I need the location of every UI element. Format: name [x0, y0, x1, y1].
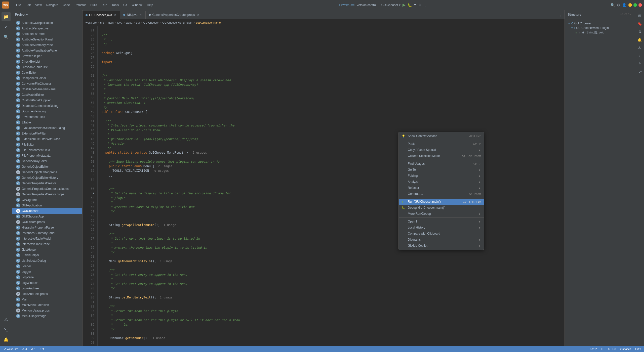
sidebar-item-abstractguiapplication[interactable]: C AbstractGUIApplication [12, 20, 82, 26]
menu-help[interactable]: Help [145, 2, 155, 8]
menu-tools[interactable]: Tools [110, 2, 121, 8]
mini-bookmark-icon[interactable]: 🔖 [636, 20, 643, 27]
menu-file[interactable]: File [14, 2, 23, 8]
breadcrumb-part-8[interactable]: GUIChooserMenuPlugin [162, 21, 192, 24]
code-content[interactable]: /** * ... */ package weka.gui; import ..… [98, 26, 565, 346]
ctx-analyze[interactable]: Analyze ▶ [399, 179, 484, 185]
ctx-github-copilot[interactable]: GitHub Copilot ▶ [399, 243, 484, 249]
sidebar-item-coloreditor[interactable]: C ColorEditor [12, 70, 82, 75]
more-run-options[interactable]: ⋮ [424, 3, 427, 7]
sidebar-item-interactivetablemodel[interactable]: C InteractiveTableModel [12, 236, 82, 241]
ctx-local-history[interactable]: Local History ▶ [399, 225, 484, 231]
ctx-folding[interactable]: Folding ▶ [399, 173, 484, 179]
tab-close-guichooser[interactable]: ✕ [113, 13, 117, 17]
breadcrumb-part-5[interactable]: weka [126, 21, 132, 24]
sidebar-item-browserhelper[interactable]: C BrowserHelper [12, 53, 82, 59]
sidebar-item-attributesummarypanel[interactable]: C AttributeSummaryPanel [12, 42, 82, 48]
sidebar-item-mainmenuextension[interactable]: C MainMenuExtension [12, 302, 82, 308]
sidebar-item-environmentfield[interactable]: C EnvironmentField [12, 114, 82, 120]
status-warnings[interactable]: ⚠ 4 [22, 347, 27, 351]
status-vcs[interactable]: ⎇ weka-src [3, 347, 18, 351]
ctx-paste[interactable]: Paste Ctrl+V [399, 141, 484, 147]
sidebar-item-memoryusageprops[interactable]: P MemoryUsage.props [12, 308, 82, 313]
ctx-show-context-actions[interactable]: 💡 Show Context Actions Alt+Enter [399, 133, 484, 139]
activity-find-icon[interactable]: 🔍 [2, 32, 11, 41]
close-button[interactable] [638, 3, 642, 7]
sidebar-item-logwindow[interactable]: C LogWindow [12, 280, 82, 286]
ctx-goto[interactable]: Go To ▶ [399, 167, 484, 173]
menu-view[interactable]: View [33, 2, 44, 8]
breadcrumb-part-2[interactable]: src [100, 21, 104, 24]
ctx-refactor[interactable]: Refactor ▶ [399, 185, 484, 191]
status-indent[interactable]: 2 spaces [620, 347, 631, 351]
sidebar-item-evaluationmetric[interactable]: C EvaluationMetricSelectionDialog [12, 125, 82, 131]
ctx-debug-main[interactable]: 🐛 Debug 'GUIChooser.main()' [399, 205, 484, 211]
sidebar-item-databaseconnectiondialog[interactable]: C DatabaseConnectionDialog [12, 103, 82, 109]
ctx-diagrams[interactable]: Diagrams ▶ [399, 237, 484, 243]
mini-notifications-icon[interactable]: 🔔 [636, 36, 643, 43]
sidebar-item-instancessummarypanel[interactable]: C InstancesSummaryPanel [12, 230, 82, 236]
tab-guichooser[interactable]: GUIChooser.java ✕ [83, 11, 120, 19]
sidebar-item-lookandfeel[interactable]: C LookAndFeel [12, 286, 82, 291]
activity-more-icon[interactable]: ⋯ [2, 42, 11, 51]
sidebar-item-jtablehelper[interactable]: C JTableHelper [12, 252, 82, 258]
sidebar-item-main[interactable]: C Main [12, 297, 82, 302]
sidebar-item-converterfilechooser[interactable]: C ConverterFileChooser [12, 81, 82, 86]
tab-gpc-props[interactable]: GenericPropertiesCreator.props ✕ [146, 11, 203, 19]
sidebar-item-interactivetablepanel[interactable]: C InteractiveTablePanel [12, 241, 82, 247]
activity-terminal-icon[interactable]: >_ [2, 325, 11, 334]
tree-item-main-method[interactable]: m main(String[]): void [567, 30, 633, 35]
debug-button[interactable]: 🐛 [408, 3, 412, 7]
ctx-find-usages[interactable]: Find Usages Alt+F7 [399, 161, 484, 167]
mini-hierarchy-icon[interactable]: ⇅ [636, 28, 643, 35]
menu-window[interactable]: Window [130, 2, 144, 8]
status-line-ending[interactable]: LF [601, 347, 604, 351]
sidebar-item-guiapplication[interactable]: C GUIApplication [12, 203, 82, 208]
mini-structure-icon[interactable]: ⊞ [636, 12, 643, 19]
sidebar-item-genericobjecteditorhistory[interactable]: C GenericObjectEditorHistory [12, 175, 82, 181]
ctx-open-in[interactable]: Open In ▶ [399, 218, 484, 225]
activity-notifications-icon[interactable]: 🔔 [2, 335, 11, 344]
sidebar-item-loader[interactable]: C Loader [12, 263, 82, 269]
ctx-generate[interactable]: Generate... Alt+Insert [399, 191, 484, 197]
sidebar-item-menuusageimage[interactable]: C MenuUsageImage [12, 313, 82, 319]
activity-commit-icon[interactable]: ✔ [2, 22, 11, 31]
run-button[interactable]: ▶ [403, 3, 406, 7]
ctx-column-selection[interactable]: Column Selection Mode Alt+Shift+Insert [399, 153, 484, 159]
tree-item-guichooser[interactable]: ▼ C GUIChooser [567, 21, 633, 26]
tab-nb[interactable]: NB.java ✕ [120, 11, 146, 19]
sidebar-item-genericarrayeditor[interactable]: C GenericArrayEditor [12, 158, 82, 164]
sidebar-item-attributelistpanel[interactable]: C AttributeListPanel [12, 31, 82, 37]
ctx-compare-clipboard[interactable]: Compare with Clipboard [399, 231, 484, 237]
sidebar-item-costmatrixeditor[interactable]: C CostMatrixEditor [12, 92, 82, 98]
breadcrumb-part-1[interactable]: weka-src [86, 21, 97, 24]
coverage-button[interactable]: ☂ [414, 3, 417, 7]
breadcrumb-part-3[interactable]: main [108, 21, 114, 24]
mini-todo-icon[interactable]: ✓ [636, 52, 643, 59]
sidebar-item-listselectordialog[interactable]: C ListSelectorDialog [12, 258, 82, 263]
breadcrumb-part-6[interactable]: gui [136, 21, 140, 24]
profile-button[interactable]: ⏱ [419, 3, 422, 7]
sidebar-item-logger[interactable]: C Logger [12, 269, 82, 275]
menu-git[interactable]: Git [121, 2, 129, 8]
search-icon[interactable]: 🔍 [611, 3, 615, 7]
status-cursor-pos[interactable]: 57:52 [590, 347, 597, 351]
mini-db-icon[interactable]: 🗄 [636, 60, 643, 67]
sidebar-item-fileenvironmentfield[interactable]: C FileEnvironmentField [12, 147, 82, 153]
ctx-copy-paste-special[interactable]: Copy / Paste Special ▶ [399, 147, 484, 153]
sidebar-item-extensionfilefilter[interactable]: C ExtensionFileFilter [12, 131, 82, 136]
status-encoding[interactable]: UTF-8 [608, 347, 616, 351]
sidebar-item-etable[interactable]: C ETable [12, 120, 82, 125]
sidebar-item-genericobjecteditorprops[interactable]: P GenericObjectEditor.props [12, 169, 82, 175]
breadcrumb-part-4[interactable]: java [117, 21, 122, 24]
sidebar-item-closeabletabletitle[interactable]: C CloseableTableTitle [12, 64, 82, 70]
sidebar-item-attributevisualizationpanel[interactable]: C AttributeVisualizationPanel [12, 48, 82, 53]
tree-item-menuPlugin[interactable]: ▼ I GUIChooserMenuPlugin [567, 26, 633, 30]
sidebar-item-costbenefitanalysispanel[interactable]: C CostBenefitAnalysisPanel [12, 86, 82, 92]
menu-run[interactable]: Run [100, 2, 109, 8]
sidebar-item-genericpropertiescreator[interactable]: C GenericPropertiesCreator [12, 181, 82, 186]
mini-git-icon[interactable]: ⎇ [636, 68, 643, 75]
sidebar-item-fileeditor[interactable]: C FileEditor [12, 142, 82, 147]
sidebar-item-guichooser[interactable]: C GUIChooser [12, 208, 82, 214]
sidebar-item-gpcexcludes[interactable]: P GenericPropertiesCreator.excludes [12, 186, 82, 192]
